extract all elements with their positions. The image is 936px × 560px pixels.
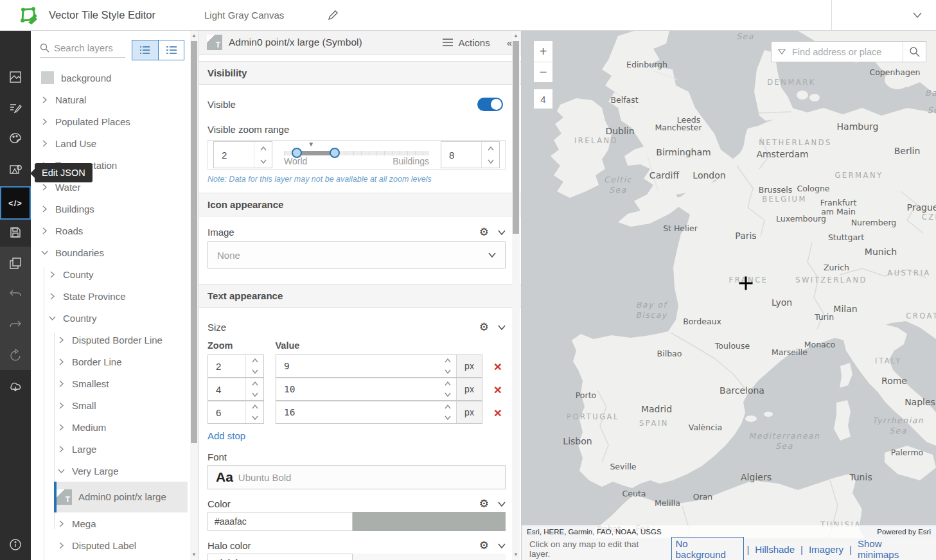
color-palette-icon[interactable] xyxy=(0,123,31,154)
chevron-down-icon[interactable] xyxy=(498,502,506,507)
editor-scrollbar[interactable]: ▲ ▼ xyxy=(512,31,520,560)
scrollbar-thumb[interactable] xyxy=(191,41,197,443)
delete-stop-button[interactable]: × xyxy=(490,360,506,373)
scroll-down-arrow[interactable]: ▼ xyxy=(190,551,198,559)
layer-row-disputed-border-line[interactable]: Disputed Border Line xyxy=(31,329,188,351)
gear-icon[interactable]: ⚙ xyxy=(479,498,489,509)
search-submit-button[interactable] xyxy=(903,42,926,62)
zoom-range-slider[interactable]: ▼ World Buildings xyxy=(284,145,429,164)
scroll-down-arrow[interactable]: ▼ xyxy=(512,551,520,559)
layer-style-icon[interactable] xyxy=(0,62,31,92)
map-link-no-background[interactable]: No background xyxy=(671,537,744,560)
duplicate-icon[interactable] xyxy=(0,248,31,279)
increment-button[interactable] xyxy=(482,142,499,155)
info-icon[interactable] xyxy=(0,529,31,560)
chevron-down-icon[interactable] xyxy=(498,230,506,235)
layer-row-land-use[interactable]: Land Use xyxy=(31,132,188,154)
increment-button[interactable] xyxy=(254,142,272,155)
stop-value[interactable]: 9 xyxy=(276,355,439,377)
gear-icon[interactable]: ⚙ xyxy=(479,227,489,238)
delete-stop-button[interactable]: × xyxy=(490,406,506,419)
stop-value[interactable]: 10 xyxy=(276,378,439,400)
layer-row-border-line[interactable]: Border Line xyxy=(31,351,188,372)
chevron-down-icon[interactable] xyxy=(498,543,506,548)
layer-row-country[interactable]: Country xyxy=(31,307,188,329)
decrement-button[interactable] xyxy=(254,155,272,168)
layer-row-disputed-label[interactable]: Disputed Label xyxy=(31,534,188,556)
reset-icon[interactable] xyxy=(0,340,31,371)
stop-zoom-value[interactable]: 4 xyxy=(208,378,245,400)
layer-row-small[interactable]: Small xyxy=(31,394,188,416)
decrement-button[interactable] xyxy=(439,366,456,377)
search-layers-input[interactable] xyxy=(54,42,118,53)
zoom-in-button[interactable]: + xyxy=(534,41,552,62)
layer-row-smallest[interactable]: Smallest xyxy=(31,372,188,394)
layer-row-medium[interactable]: Medium xyxy=(31,416,188,438)
edit-json-icon[interactable]: </> xyxy=(0,186,31,220)
quick-edit-icon[interactable] xyxy=(0,92,31,123)
layer-row-admin0-point-x-large[interactable]: TAdmin0 point/x large xyxy=(54,482,188,512)
stop-value[interactable]: 16 xyxy=(276,401,439,423)
tree-view-button[interactable] xyxy=(132,40,158,60)
color-swatch[interactable] xyxy=(353,512,506,531)
decrement-button[interactable] xyxy=(482,155,499,168)
layer-row-buildings[interactable]: Buildings xyxy=(31,198,188,220)
image-select[interactable]: None xyxy=(208,241,506,268)
scroll-up-arrow[interactable]: ▲ xyxy=(190,32,198,40)
map-link-imagery[interactable]: Imagery xyxy=(806,543,847,556)
increment-button[interactable] xyxy=(439,355,456,366)
halo-color-swatch[interactable] xyxy=(353,554,506,560)
increment-button[interactable] xyxy=(439,401,456,412)
increment-button[interactable] xyxy=(439,378,456,389)
edit-style-name-icon[interactable] xyxy=(326,9,339,22)
stop-zoom-value[interactable]: 2 xyxy=(208,355,245,377)
scrollbar-thumb[interactable] xyxy=(513,41,519,234)
cloud-download-icon[interactable] xyxy=(0,371,31,402)
zoom-out-button[interactable]: − xyxy=(534,62,552,82)
gear-icon[interactable]: ⚙ xyxy=(479,322,489,333)
map-link-show-minimaps[interactable]: Show minimaps xyxy=(854,538,928,560)
layer-row-roads[interactable]: Roads xyxy=(31,220,188,241)
undo-icon[interactable] xyxy=(0,279,31,310)
layer-row-very-large[interactable]: Very Large xyxy=(31,460,188,482)
header-account-dropdown[interactable] xyxy=(831,0,936,30)
max-zoom-handle[interactable] xyxy=(330,148,340,158)
max-zoom-value[interactable]: 8 xyxy=(441,142,481,168)
visible-toggle[interactable] xyxy=(477,98,503,111)
search-mode-dropdown[interactable] xyxy=(772,49,792,55)
flat-view-button[interactable] xyxy=(158,40,184,60)
increment-button[interactable] xyxy=(246,355,263,366)
map-link-hillshade[interactable]: Hillshade xyxy=(752,543,798,556)
stop-zoom-value[interactable]: 6 xyxy=(208,401,245,423)
color-hex-input[interactable]: #aaafac xyxy=(208,512,353,531)
decrement-button[interactable] xyxy=(246,366,263,377)
sprite-editor-icon[interactable] xyxy=(0,154,31,185)
layer-row-large[interactable]: Large xyxy=(31,438,188,460)
collapse-panel-button[interactable]: « xyxy=(507,37,511,48)
chevron-down-icon[interactable] xyxy=(498,325,506,330)
actions-button[interactable]: Actions xyxy=(443,37,490,48)
layers-scrollbar[interactable]: ▲ ▼ xyxy=(190,31,198,560)
increment-button[interactable] xyxy=(246,401,263,412)
layer-row-background[interactable]: background xyxy=(31,67,188,89)
decrement-button[interactable] xyxy=(439,389,456,400)
layer-row-natural[interactable]: Natural xyxy=(31,89,188,110)
save-icon[interactable] xyxy=(0,217,31,248)
layer-row-populated-places[interactable]: Populated Places xyxy=(31,110,188,132)
layer-row-mega[interactable]: Mega xyxy=(31,512,188,534)
font-select[interactable]: Aa Ubuntu Bold xyxy=(208,465,506,489)
delete-stop-button[interactable]: × xyxy=(490,383,506,396)
add-stop-link[interactable]: Add stop xyxy=(208,430,506,441)
decrement-button[interactable] xyxy=(246,412,263,423)
decrement-button[interactable] xyxy=(439,412,456,423)
gear-icon[interactable]: ⚙ xyxy=(479,540,489,551)
find-address-input[interactable] xyxy=(792,47,903,57)
map-canvas[interactable]: EdinburghCopenhagenBelfastLeedsMancheste… xyxy=(522,31,936,560)
layer-row-state-province[interactable]: State Province xyxy=(31,285,188,307)
layer-row-county[interactable]: County xyxy=(31,263,188,285)
decrement-button[interactable] xyxy=(246,389,263,400)
increment-button[interactable] xyxy=(246,378,263,389)
halo-hex-input[interactable]: #f7f7f7 xyxy=(208,554,353,560)
layer-row-boundaries[interactable]: Boundaries xyxy=(31,241,188,263)
redo-icon[interactable] xyxy=(0,310,31,340)
